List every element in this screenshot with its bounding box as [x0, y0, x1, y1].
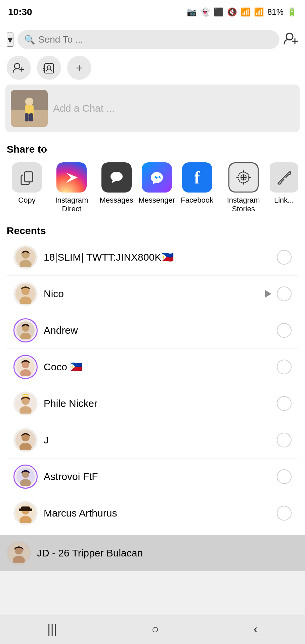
main-content: ▾ 🔍 — [0, 24, 305, 571]
copy-label: Copy — [18, 196, 35, 205]
share-app-facebook[interactable]: f Facebook — [177, 160, 217, 216]
status-bar: 10:30 📷 👻 ⬛ 🔇 📶 📶 81% 🔋 — [0, 0, 305, 24]
wifi-icon: 📶 — [241, 7, 251, 17]
contact-name: J — [44, 434, 271, 446]
copy-icon — [12, 162, 42, 193]
top-bar: ▾ 🔍 — [0, 24, 305, 52]
select-circle[interactable] — [277, 433, 292, 447]
messenger-icon — [142, 162, 172, 193]
svg-point-18 — [111, 172, 123, 181]
link-label: Link... — [274, 196, 294, 205]
svg-rect-17 — [25, 172, 33, 182]
messages-icon — [101, 162, 132, 193]
share-app-link[interactable]: Link... — [270, 160, 298, 216]
share-app-instagram-stories[interactable]: Instagram Stories — [217, 160, 270, 216]
contacts-button[interactable] — [37, 56, 61, 80]
share-app-messenger[interactable]: Messenger — [137, 160, 177, 216]
battery-text: 81% — [267, 7, 284, 17]
camera-icon: 📷 — [187, 7, 197, 17]
battery-icon: 🔋 — [287, 7, 297, 17]
create-group-button[interactable]: + — [67, 56, 91, 80]
avatar — [13, 282, 38, 306]
bluetooth-icon: ⬛ — [214, 7, 224, 17]
status-time: 10:30 — [8, 7, 32, 17]
list-item[interactable]: Phile Nicker — [7, 385, 298, 422]
select-circle[interactable] — [277, 286, 292, 301]
svg-point-3 — [14, 63, 20, 69]
recents-list: 18|SLIM| TWTT:JINX800K🇵🇭 Nico — [7, 239, 298, 531]
story-thumbnail — [11, 90, 48, 127]
collapse-button[interactable]: ▾ — [7, 33, 13, 47]
list-item[interactable]: 18|SLIM| TWTT:JINX800K🇵🇭 — [7, 239, 298, 276]
contact-name: 18|SLIM| TWTT:JINX800K🇵🇭 — [44, 251, 271, 263]
list-item[interactable]: Nico — [7, 276, 298, 312]
snapchat-icon: 👻 — [200, 7, 210, 17]
contact-name: Nico — [44, 288, 271, 300]
contact-name: Phile Nicker — [44, 398, 271, 409]
search-icon: 🔍 — [24, 35, 35, 45]
instagram-stories-icon — [228, 162, 259, 193]
instagram-direct-icon — [56, 162, 87, 193]
list-item[interactable]: Andrew — [7, 312, 298, 349]
list-item[interactable]: Astrovoi FtF — [7, 459, 298, 495]
avatar — [7, 541, 31, 565]
select-circle[interactable] — [284, 546, 298, 560]
messenger-label: Messenger — [138, 196, 175, 205]
list-item[interactable]: Marcus Arthurus — [7, 495, 298, 531]
share-section: Share to Copy Instagram — [0, 138, 305, 219]
avatar — [13, 245, 38, 269]
quick-actions-row: + — [0, 52, 305, 85]
avatar — [13, 318, 38, 342]
select-circle[interactable] — [277, 250, 292, 265]
search-input[interactable] — [38, 34, 273, 45]
nav-recents-button[interactable]: ||| — [37, 619, 67, 640]
select-circle[interactable] — [277, 506, 292, 521]
svg-rect-15 — [25, 113, 29, 121]
messages-label: Messages — [99, 196, 133, 205]
contact-name: Coco 🇵🇭 — [44, 361, 271, 373]
share-app-instagram-direct[interactable]: Instagram Direct — [47, 160, 96, 216]
nav-back-button[interactable]: ‹ — [244, 619, 268, 640]
add-friend-button[interactable] — [7, 56, 31, 80]
contact-name: Astrovoi FtF — [44, 471, 271, 482]
contact-name: Andrew — [44, 325, 271, 336]
search-bar[interactable]: 🔍 — [17, 30, 279, 49]
contact-name: Marcus Arthurus — [44, 507, 271, 519]
add-chat-placeholder[interactable]: Add a Chat ... — [53, 103, 115, 114]
svg-rect-16 — [29, 113, 33, 121]
select-circle[interactable] — [277, 469, 292, 484]
plus-icon: + — [76, 61, 83, 74]
facebook-icon: f — [182, 162, 212, 193]
list-item-partial[interactable]: JD - 26 Tripper Bulacan — [0, 535, 305, 571]
select-circle[interactable] — [277, 360, 292, 374]
chat-preview-area[interactable]: Add a Chat ... — [5, 85, 300, 132]
avatar — [13, 428, 38, 452]
contact-name: JD - 26 Tripper Bulacan — [37, 547, 277, 559]
status-icons: 📷 👻 ⬛ 🔇 📶 📶 81% 🔋 — [187, 7, 297, 17]
signal-icon: 📶 — [254, 7, 264, 17]
select-circle[interactable] — [277, 323, 292, 338]
select-circle[interactable] — [277, 396, 292, 411]
list-item[interactable]: J — [7, 422, 298, 459]
nav-home-button[interactable]: ○ — [141, 619, 169, 640]
recents-section: Recents 18|SLIM| TWTT:JINX800K� — [0, 219, 305, 535]
recents-title: Recents — [7, 225, 298, 236]
avatar — [13, 501, 38, 525]
add-friends-button[interactable] — [284, 32, 298, 47]
bottom-nav: ||| ○ ‹ — [0, 614, 305, 644]
instagram-stories-label: Instagram Stories — [219, 196, 268, 214]
svg-point-7 — [47, 66, 51, 69]
facebook-label: Facebook — [181, 196, 213, 205]
share-apps-row: Copy Instagram Direct — [7, 160, 298, 216]
svg-point-13 — [25, 98, 33, 106]
avatar — [13, 355, 38, 379]
avatar — [13, 391, 38, 416]
share-app-messages[interactable]: Messages — [96, 160, 137, 216]
instagram-direct-label: Instagram Direct — [48, 196, 95, 214]
mute-icon: 🔇 — [227, 7, 237, 17]
share-app-copy[interactable]: Copy — [7, 160, 47, 216]
list-item[interactable]: Coco 🇵🇭 — [7, 349, 298, 385]
avatar — [13, 465, 38, 489]
facebook-f-letter: f — [194, 168, 200, 187]
share-title: Share to — [7, 144, 298, 155]
